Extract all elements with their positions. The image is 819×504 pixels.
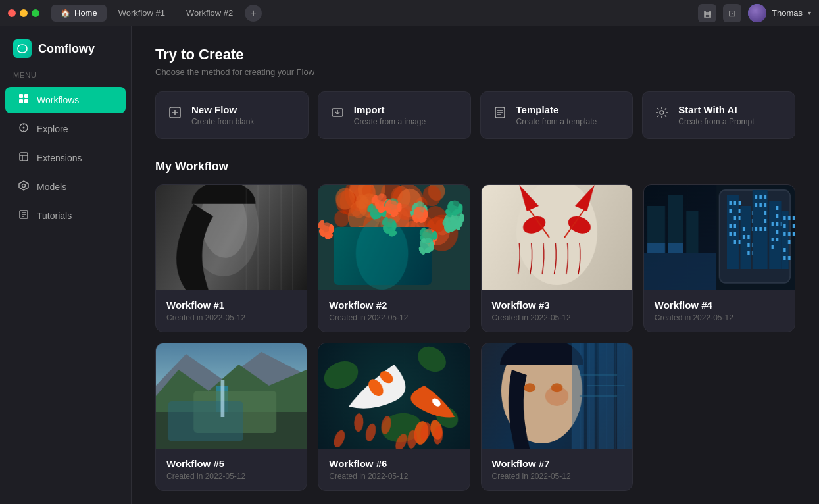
start-ai-card[interactable]: Start With AI Create from a Prompt (642, 91, 795, 139)
logo: Comflowy (0, 39, 131, 71)
workflow-card-3[interactable]: Workflow #3 Created in 2022-05-12 (481, 184, 633, 332)
sidebar-item-models[interactable]: Models (5, 174, 126, 200)
main-layout: Comflowy MENU Workflows (0, 26, 819, 504)
workflow-name-2: Workflow #2 (329, 299, 459, 311)
template-card[interactable]: Template Create from a template (480, 91, 633, 139)
workflow-thumb-6 (318, 343, 469, 449)
try-create-title: Try to Create (155, 46, 795, 63)
sidebar-item-extensions[interactable]: Extensions (5, 145, 126, 171)
svg-point-6 (23, 127, 25, 129)
svg-rect-4 (24, 99, 28, 103)
workflow-card-2[interactable]: Workflow #2 Created in 2022-05-12 (318, 184, 470, 332)
sidebar: Comflowy MENU Workflows (0, 26, 132, 504)
sidebar-item-label: Workflows (37, 95, 79, 105)
avatar (748, 4, 766, 22)
template-icon (493, 105, 507, 123)
add-tab-button[interactable]: + (245, 5, 262, 22)
logo-icon (13, 39, 32, 58)
explore-icon (18, 122, 29, 136)
traffic-lights (8, 9, 39, 17)
import-icon (330, 105, 345, 123)
maximize-button[interactable] (32, 9, 39, 17)
workflows-icon (18, 93, 29, 107)
workflow-grid-top: Workflow #1 Created in 2022-05-12 Workfl… (155, 184, 795, 332)
template-title: Template (516, 104, 597, 115)
home-icon: 🏠 (61, 9, 70, 18)
extensions-icon (18, 151, 29, 164)
tab-workflow1[interactable]: Workflow #1 (109, 5, 174, 22)
workflow-name-1: Workflow #1 (166, 299, 296, 311)
menu-label: MENU (0, 71, 131, 86)
tab-home[interactable]: 🏠 Home (51, 5, 107, 22)
sidebar-item-workflows[interactable]: Workflows (5, 87, 126, 113)
new-flow-desc: Create from blank (191, 117, 254, 126)
svg-point-0 (22, 48, 24, 50)
sidebar-item-explore[interactable]: Explore (5, 116, 126, 142)
user-menu[interactable]: Thomas ▾ (748, 4, 811, 22)
workflow-thumb-1 (156, 185, 307, 290)
my-workflow-title: My Workflow (155, 160, 795, 174)
titlebar: 🏠 Home Workflow #1 Workflow #2 + ▦ ⊡ Tho… (0, 0, 819, 26)
svg-marker-12 (19, 181, 28, 190)
minimize-button[interactable] (20, 9, 28, 17)
import-card[interactable]: Import Create from a image (318, 91, 471, 139)
import-title: Import (354, 104, 426, 115)
models-icon (18, 180, 29, 193)
svg-rect-1 (19, 94, 23, 98)
template-desc: Create from a template (516, 117, 597, 126)
workflow-date-2: Created in 2022-05-12 (329, 313, 459, 322)
tutorials-icon (18, 209, 29, 222)
sidebar-item-label: Explore (37, 124, 68, 134)
workflow-name-7: Workflow #7 (492, 458, 622, 469)
workflow-date-7: Created in 2022-05-12 (492, 472, 622, 481)
svg-line-35 (657, 116, 658, 117)
sidebar-item-label: Tutorials (37, 211, 72, 221)
import-desc: Create from a image (354, 117, 426, 126)
create-cards-grid: New Flow Create from blank Import Create… (155, 91, 795, 139)
titlebar-right: ▦ ⊡ Thomas ▾ (698, 4, 811, 22)
ai-desc: Create from a Prompt (678, 117, 754, 126)
close-button[interactable] (8, 9, 16, 17)
new-flow-title: New Flow (191, 104, 254, 115)
workflow-card-5[interactable]: Workflow #5 Created in 2022-05-12 (155, 343, 307, 491)
chevron-down-icon: ▾ (808, 9, 811, 16)
svg-rect-2 (24, 94, 28, 98)
ai-title: Start With AI (678, 104, 754, 115)
ai-icon (655, 105, 669, 123)
workflow-grid-bottom: Workflow #5 Created in 2022-05-12 Workfl… (155, 343, 795, 491)
svg-point-27 (660, 111, 664, 114)
workflow-date-5: Created in 2022-05-12 (166, 472, 296, 481)
workflow-card-6[interactable]: Workflow #6 Created in 2022-05-12 (318, 343, 470, 491)
grid-view-button[interactable]: ▦ (698, 4, 716, 22)
workflow-thumb-7 (482, 343, 632, 449)
workflow-date-1: Created in 2022-05-12 (166, 313, 296, 322)
sidebar-item-tutorials[interactable]: Tutorials (5, 203, 126, 229)
svg-line-33 (665, 116, 666, 117)
workflow-date-6: Created in 2022-05-12 (329, 472, 459, 481)
workflow-name-4: Workflow #4 (655, 299, 784, 311)
workflow-name-5: Workflow #5 (166, 458, 296, 469)
user-name: Thomas (772, 8, 803, 18)
try-create-subtitle: Choose the method for creating your Flow (155, 67, 795, 77)
workflow-date-4: Created in 2022-05-12 (655, 313, 784, 322)
workflow-card-1[interactable]: Workflow #1 Created in 2022-05-12 (155, 184, 307, 332)
logo-text: Comflowy (38, 42, 95, 56)
workflow-date-3: Created in 2022-05-12 (492, 313, 622, 322)
workflow-thumb-5 (156, 343, 307, 449)
svg-rect-9 (20, 153, 28, 161)
workflow-card-4[interactable]: Workflow #4 Created in 2022-05-12 (643, 184, 795, 332)
content-area: Try to Create Choose the method for crea… (132, 26, 819, 504)
svg-line-34 (665, 108, 666, 109)
workflow-card-7[interactable]: Workflow #7 Created in 2022-05-12 (481, 343, 633, 491)
svg-point-13 (22, 184, 26, 188)
tab-workflow2[interactable]: Workflow #2 (177, 5, 242, 22)
bookmark-icon: ⊡ (728, 8, 736, 18)
grid-icon: ▦ (703, 8, 712, 18)
new-flow-icon (168, 105, 182, 123)
bookmark-button[interactable]: ⊡ (723, 4, 741, 22)
sidebar-item-label: Extensions (37, 153, 82, 163)
svg-line-32 (657, 108, 658, 109)
new-flow-card[interactable]: New Flow Create from blank (155, 91, 309, 139)
workflow-thumb-3 (482, 185, 632, 290)
workflow-thumb-2 (318, 185, 469, 290)
